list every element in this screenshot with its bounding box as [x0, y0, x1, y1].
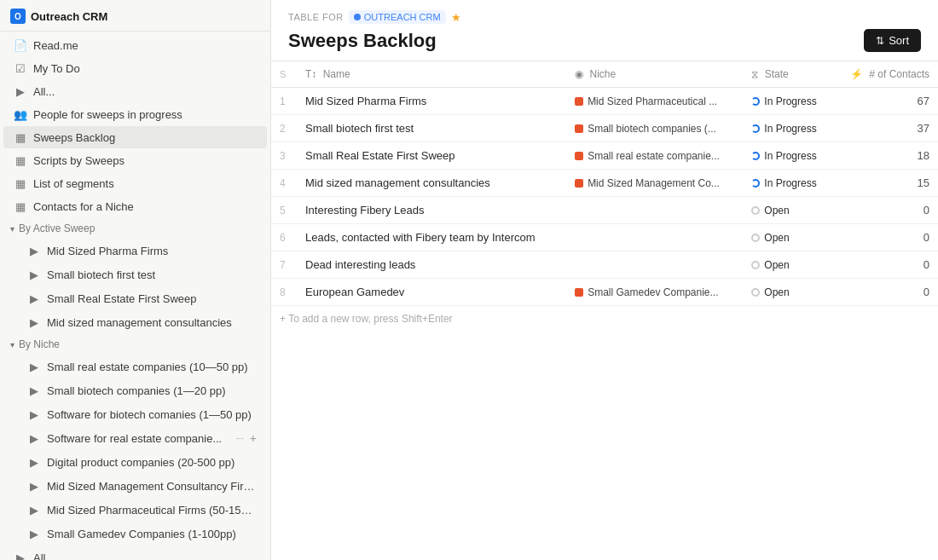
- cell-state[interactable]: In Progress: [743, 142, 832, 170]
- niche-section-header[interactable]: ▾ By Niche: [0, 334, 270, 355]
- state-label: Open: [764, 232, 789, 244]
- sidebar-niche-mid-pharma[interactable]: ▶ Mid Sized Pharmaceutical Firms (50-150…: [3, 499, 267, 521]
- chevron-icon-n8: ▶: [27, 527, 41, 540]
- star-icon[interactable]: ★: [451, 11, 461, 24]
- sidebar-item-small-biotech-first[interactable]: ▶ Small biotech first test: [3, 263, 267, 286]
- table-row[interactable]: 1Mid Sized Pharma FirmsMid Sized Pharmac…: [271, 88, 938, 115]
- th-select: S: [271, 61, 297, 88]
- row-number: 2: [271, 115, 297, 142]
- cell-name[interactable]: Mid Sized Pharma Firms: [297, 88, 566, 115]
- sidebar-item-list-of-segments[interactable]: ▦ List of segments: [3, 172, 267, 194]
- table-row[interactable]: 6Leads, contacted with Fibery team by In…: [271, 224, 938, 251]
- add-icon[interactable]: +: [250, 431, 257, 445]
- sidebar-item-contacts-for-niche[interactable]: ▦ Contacts for a Niche: [3, 195, 267, 217]
- row-number: 1: [271, 88, 297, 115]
- state-dot-icon: [751, 261, 760, 269]
- document-icon: 📄: [14, 38, 27, 52]
- state-dot-icon: [751, 124, 760, 133]
- niche-flag-icon: [575, 152, 583, 160]
- collapse-arrow-icon: ▾: [10, 224, 14, 234]
- chevron-right-icon: ▶: [14, 84, 27, 98]
- sort-button[interactable]: ⇅ Sort: [864, 29, 921, 52]
- chevron-right-all-icon: ▶: [14, 551, 27, 560]
- cell-state[interactable]: In Progress: [743, 88, 832, 115]
- sweeps-table: S T↕ Name ◉ Niche ⧖ State ⚡: [271, 61, 938, 306]
- table-row[interactable]: 3Small Real Estate First SweepSmall real…: [271, 142, 938, 170]
- cell-niche[interactable]: [566, 197, 743, 224]
- cell-niche[interactable]: Mid Sized Pharmaceutical ...: [566, 88, 743, 115]
- th-state[interactable]: ⧖ State: [743, 61, 832, 88]
- chevron-right-icon4: ▶: [27, 315, 41, 329]
- cell-name[interactable]: Small Real Estate First Sweep: [297, 142, 566, 170]
- cell-name[interactable]: Mid sized management consultancies: [297, 170, 566, 197]
- sidebar-item-read-me[interactable]: 📄 Read.me: [3, 34, 267, 56]
- table-row[interactable]: 2Small biotech first testSmall biotech c…: [271, 115, 938, 142]
- cell-state[interactable]: Open: [743, 251, 832, 279]
- app-logo: O: [10, 9, 26, 24]
- table-row[interactable]: 4Mid sized management consultanciesMid S…: [271, 170, 938, 197]
- chevron-icon-n5: ▶: [27, 455, 41, 469]
- row-number: 6: [271, 224, 297, 251]
- cell-niche[interactable]: [566, 251, 743, 279]
- sidebar-nav: 📄 Read.me ☑ My To Do ▶ All... 👥 People f…: [0, 33, 270, 218]
- table-row[interactable]: 7Dead interesting leadsOpen0: [271, 251, 938, 279]
- cell-state[interactable]: In Progress: [743, 115, 832, 142]
- th-niche[interactable]: ◉ Niche: [566, 61, 743, 88]
- sidebar-niche-small-re[interactable]: ▶ Small real estate companies (10—50 pp): [3, 355, 267, 378]
- th-name[interactable]: T↕ Name: [297, 61, 566, 88]
- chevron-icon-n2: ▶: [27, 384, 41, 397]
- cell-niche[interactable]: Mid Sized Management Co...: [566, 170, 743, 197]
- page-title: Sweeps Backlog: [288, 30, 437, 52]
- cell-state[interactable]: In Progress: [743, 170, 832, 197]
- state-label: Open: [764, 259, 789, 271]
- sidebar-item-all-bottom[interactable]: ▶ All: [3, 546, 267, 560]
- niche-value: Mid Sized Pharmaceutical ...: [588, 95, 717, 107]
- sidebar-item-all[interactable]: ▶ All...: [3, 80, 267, 102]
- sidebar-item-people-sweeps[interactable]: 👥 People for sweeps in progress: [3, 103, 267, 125]
- sidebar-item-scripts-by-sweeps[interactable]: ▦ Scripts by Sweeps: [3, 149, 267, 171]
- breadcrumb: TABLE FOR OUTREACH CRM ★: [288, 10, 921, 24]
- table-header-row: S T↕ Name ◉ Niche ⧖ State ⚡: [271, 61, 938, 88]
- chevron-icon-n4: ▶: [27, 431, 41, 445]
- page-title-row: Sweeps Backlog ⇅ Sort: [288, 29, 921, 61]
- cell-name[interactable]: Leads, contacted with Fibery team by Int…: [297, 224, 566, 251]
- table-row[interactable]: 5Interesting Fibery LeadsOpen0: [271, 197, 938, 224]
- state-label: In Progress: [764, 177, 816, 189]
- cell-name[interactable]: Interesting Fibery Leads: [297, 197, 566, 224]
- add-row-hint[interactable]: + To add a new row, press Shift+Enter: [271, 306, 938, 332]
- cell-contacts: 18: [833, 142, 938, 170]
- sidebar-item-mid-sized-mgmt[interactable]: ▶ Mid sized management consultancies: [3, 311, 267, 333]
- sidebar-item-small-real-estate[interactable]: ▶ Small Real Estate First Sweep: [3, 287, 267, 309]
- niche-col-icon: ◉: [575, 68, 583, 80]
- th-contacts[interactable]: ⚡ # of Contacts: [833, 61, 938, 88]
- cell-niche[interactable]: Small biotech companies (...: [566, 115, 743, 142]
- cell-niche[interactable]: [566, 224, 743, 251]
- sidebar-item-sweeps-backlog[interactable]: ▦ Sweeps Backlog: [3, 126, 267, 148]
- cell-contacts: 15: [833, 170, 938, 197]
- cell-state[interactable]: Open: [743, 279, 832, 306]
- niche-value: Small real estate companie...: [588, 150, 720, 162]
- sidebar-niche-small-gamedev[interactable]: ▶ Small Gamedev Companies (1-100pp): [3, 522, 267, 545]
- row-number: 5: [271, 197, 297, 224]
- sidebar-item-mid-sized-pharma[interactable]: ▶ Mid Sized Pharma Firms: [3, 240, 267, 262]
- chevron-icon-n7: ▶: [27, 503, 41, 517]
- sidebar-niche-small-biotech[interactable]: ▶ Small biotech companies (1—20 pp): [3, 379, 267, 401]
- sidebar-niche-software-biotech[interactable]: ▶ Software for biotech comanies (1—50 pp…: [3, 403, 267, 425]
- cell-state[interactable]: Open: [743, 197, 832, 224]
- sidebar-niche-digital-product[interactable]: ▶ Digital product companies (20-500 pp): [3, 451, 267, 473]
- cell-state[interactable]: Open: [743, 224, 832, 251]
- table-row[interactable]: 8European GamedevSmall Gamedev Companie.…: [271, 279, 938, 306]
- state-label: In Progress: [764, 95, 816, 107]
- niche-flag-icon: [575, 288, 583, 297]
- collapse-niche-arrow-icon: ▾: [10, 340, 14, 349]
- sidebar-niche-software-re[interactable]: ▶ Software for real estate companie... ·…: [3, 427, 267, 449]
- active-sweep-section-header[interactable]: ▾ By Active Sweep: [0, 218, 270, 239]
- cell-name[interactable]: European Gamedev: [297, 279, 566, 306]
- cell-niche[interactable]: Small real estate companie...: [566, 142, 743, 170]
- cell-niche[interactable]: Small Gamedev Companie...: [566, 279, 743, 306]
- cell-name[interactable]: Dead interesting leads: [297, 251, 566, 279]
- more-options-icon[interactable]: ···: [236, 433, 244, 443]
- sidebar-niche-mid-mgmt[interactable]: ▶ Mid Sized Management Consultancy Firms…: [3, 475, 267, 497]
- cell-name[interactable]: Small biotech first test: [297, 115, 566, 142]
- sidebar-item-my-to-do[interactable]: ☑ My To Do: [3, 57, 267, 79]
